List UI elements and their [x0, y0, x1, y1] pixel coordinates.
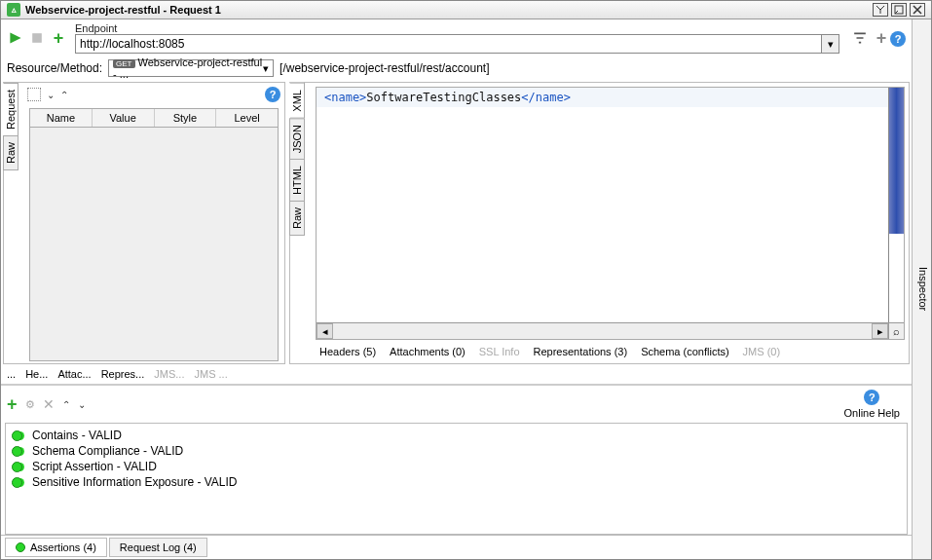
window-titlebar: ▵ Webservice-project-restful - Request 1: [1, 1, 931, 19]
status-dot-icon: [16, 542, 25, 552]
tab-json[interactable]: JSON: [289, 118, 305, 160]
expand-icon[interactable]: [27, 88, 41, 101]
response-xml-view[interactable]: <name>SoftwareTestingClasses</name> ◂ ▸ …: [316, 87, 905, 340]
tab-request[interactable]: Request: [3, 83, 19, 136]
help-icon[interactable]: ?: [265, 87, 280, 102]
resp-schema[interactable]: Schema (conflicts): [641, 346, 728, 357]
req-headers[interactable]: He...: [25, 368, 48, 380]
req-jms2: JMS ...: [194, 368, 227, 380]
add-icon[interactable]: +: [50, 29, 67, 47]
help-icon[interactable]: ?: [890, 31, 906, 47]
assertion-row[interactable]: Contains - VALID: [10, 428, 903, 443]
gear-icon[interactable]: ⚙: [25, 398, 35, 411]
params-table: Name Value Style Level: [29, 108, 279, 361]
col-value: Value: [93, 109, 155, 127]
req-representations[interactable]: Repres...: [101, 368, 145, 380]
add-assertion-icon[interactable]: +: [7, 394, 18, 415]
chevron-down-icon: ▾: [263, 62, 269, 75]
stop-icon[interactable]: [28, 29, 46, 47]
search-in-view-icon[interactable]: ⌕: [888, 323, 904, 339]
resp-representations[interactable]: Representations (3): [534, 346, 628, 357]
online-help-link[interactable]: ? Online Help: [844, 390, 900, 419]
endpoint-dropdown-icon[interactable]: ▾: [822, 34, 839, 54]
window-title: Webservice-project-restful - Request 1: [25, 4, 221, 16]
tab-request-log[interactable]: Request Log (4): [109, 538, 207, 557]
status-dot-icon: [12, 446, 22, 457]
resp-jms: JMS (0): [743, 346, 781, 357]
chevron-up-icon[interactable]: ⌃: [60, 90, 68, 100]
col-style: Style: [155, 109, 217, 127]
req-more[interactable]: ...: [7, 368, 16, 380]
assertion-row[interactable]: Script Assertion - VALID: [10, 459, 903, 474]
add2-icon[interactable]: +: [873, 29, 890, 47]
tab-raw-resp[interactable]: Raw: [289, 201, 305, 236]
status-dot-icon: [12, 430, 22, 441]
resp-headers[interactable]: Headers (5): [319, 346, 376, 357]
resource-bar: Resource/Method: GETWebservice-project-r…: [1, 56, 912, 80]
req-jms1: JMS...: [154, 368, 184, 380]
status-dot-icon: [12, 477, 22, 488]
scroll-right-icon[interactable]: ▸: [872, 323, 888, 339]
chevron-up-icon[interactable]: ⌃: [62, 399, 70, 410]
inspector-sidebar[interactable]: Inspector: [912, 19, 931, 559]
col-level: Level: [216, 109, 278, 127]
status-dot-icon: [12, 462, 22, 472]
horizontal-scrollbar[interactable]: ◂ ▸ ⌕: [317, 322, 904, 339]
resource-label: Resource/Method:: [7, 61, 102, 75]
window-min-icon[interactable]: [873, 3, 888, 17]
resource-path: [/webservice-project-restful/rest/accoun…: [280, 61, 489, 75]
assertions-list: Contains - VALID Schema Compliance - VAL…: [5, 423, 908, 535]
req-attachments[interactable]: Attac...: [57, 368, 91, 380]
tab-raw[interactable]: Raw: [3, 135, 19, 170]
chevron-down-icon[interactable]: ⌄: [78, 399, 86, 410]
endpoint-label: Endpoint: [75, 22, 839, 34]
resp-attachments[interactable]: Attachments (0): [390, 346, 466, 357]
assertion-row[interactable]: Sensitive Information Exposure - VALID: [10, 474, 903, 490]
window-close-icon[interactable]: [910, 3, 925, 17]
remove-icon[interactable]: ✕: [43, 396, 55, 412]
resp-ssl: SSL Info: [479, 346, 520, 357]
filter-icon[interactable]: [851, 29, 869, 47]
col-name: Name: [30, 109, 93, 127]
scroll-left-icon[interactable]: ◂: [317, 323, 333, 339]
svg-rect-1: [32, 33, 42, 43]
endpoint-input[interactable]: [75, 34, 822, 54]
chevron-down-icon[interactable]: ⌄: [47, 90, 55, 100]
endpoint-toolbar: + Endpoint ▾ + ?: [1, 19, 912, 56]
tab-html[interactable]: HTML: [289, 159, 305, 202]
tab-xml[interactable]: XML: [289, 83, 305, 119]
resource-combo[interactable]: GETWebservice-project-restful - ... ▾: [108, 59, 274, 77]
assertion-row[interactable]: Schema Compliance - VALID: [10, 443, 903, 459]
window-max-icon[interactable]: [891, 3, 907, 17]
app-icon: ▵: [7, 3, 20, 17]
play-icon[interactable]: [7, 29, 24, 47]
tab-assertions[interactable]: Assertions (4): [5, 538, 107, 557]
